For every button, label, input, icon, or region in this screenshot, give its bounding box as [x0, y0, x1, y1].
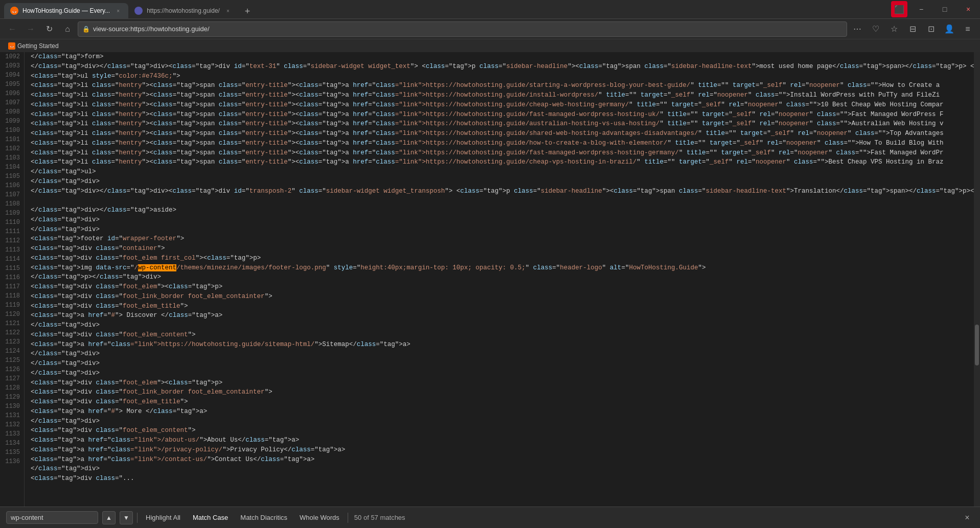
code-content[interactable]: </class="tag">form></class="tag">div></c…	[25, 52, 980, 507]
code-line-1095: <class="tag">li class="hentry"><class="t…	[31, 81, 974, 90]
code-line-1132: <class="tag">a href="class="link">/about…	[31, 435, 974, 445]
match-case-option[interactable]: Match Case	[189, 512, 232, 523]
code-line-1113: <class="tag">div class="foot_elem first_…	[31, 254, 974, 263]
star-button[interactable]: ☆	[886, 21, 902, 37]
code-line-1105: </class="tag">div>	[31, 177, 974, 187]
code-line-1112: <class="tag">div class="container">	[31, 244, 974, 254]
code-line-1118: <class="tag">div class="foot_elem_title"…	[31, 302, 974, 311]
code-line-1135: </class="tag">div>	[31, 464, 974, 474]
code-line-1117: <class="tag">div class="foot_link_border…	[31, 292, 974, 302]
code-line-1119: <class="tag">a href="#"> Discover </clas…	[31, 311, 974, 320]
nav-bar: ← → ↻ ⌂ 🔒 view-source:https://howtohosti…	[0, 18, 980, 39]
container-tabs-button[interactable]: ⊡	[923, 21, 939, 37]
find-input[interactable]	[6, 511, 98, 524]
code-line-1134: <class="tag">a href="class="link">/conta…	[31, 455, 974, 465]
forward-button[interactable]: →	[22, 21, 39, 37]
code-line-1116: <class="tag">div class="foot_elem"><clas…	[31, 282, 974, 292]
code-line-1092: </class="tag">form>	[31, 52, 974, 62]
whole-words-option[interactable]: Whole Words	[295, 512, 344, 523]
find-next-button[interactable]: ▼	[120, 511, 133, 524]
close-button[interactable]: ×	[956, 0, 980, 18]
code-line-1108: </class="tag">div></class="tag">aside>	[31, 205, 974, 215]
code-line-1098: <class="tag">li class="hentry"><class="t…	[31, 110, 974, 120]
code-line-1096: <class="tag">li class="hentry"><class="t…	[31, 90, 974, 100]
code-line-1100: <class="tag">li class="hentry"><class="t…	[31, 129, 974, 139]
bookmarks-bar: 🦊 Getting Started	[0, 39, 980, 52]
profile-button[interactable]: 👤	[941, 21, 958, 37]
code-line-1097: <class="tag">li class="hentry"><class="t…	[31, 100, 974, 110]
address-bar[interactable]: 🔒 view-source:https://howtohosting.guide…	[78, 21, 847, 37]
scrollbar-thumb[interactable]	[975, 325, 979, 365]
code-line-1093: </class="tag">div></class="tag">div><cla…	[31, 62, 974, 72]
synced-tabs-button[interactable]: ⊟	[904, 21, 921, 37]
code-line-1125: </class="tag">div>	[31, 369, 974, 378]
tab-close-1[interactable]: ×	[114, 7, 122, 15]
extensions-button[interactable]: ⋯	[849, 21, 865, 37]
bookmark-favicon: 🦊	[8, 42, 15, 50]
tab-active[interactable]: 🦊 HowToHosting.Guide — Every... ×	[4, 3, 128, 18]
code-line-1123: </class="tag">div>	[31, 349, 974, 359]
code-line-1124: </class="tag">div>	[31, 359, 974, 369]
code-line-1094: <class="tag">ul style="color:#e7436c;">	[31, 72, 974, 81]
menu-button[interactable]: ≡	[960, 21, 976, 37]
line-numbers: 1092109310941095109610971098109911001101…	[0, 52, 25, 507]
code-line-1127: <class="tag">div class="foot_link_border…	[31, 387, 974, 397]
code-line-1101: <class="tag">li class="hentry"><class="t…	[31, 139, 974, 148]
find-close-button[interactable]: ×	[961, 511, 974, 524]
lock-icon: 🔒	[82, 26, 90, 33]
code-line-1111: <class="tag">footer id="wrapper-footer">	[31, 234, 974, 244]
code-line-1136: <class="tag">div class="...	[31, 474, 974, 484]
match-diacritics-option[interactable]: Match Diacritics	[236, 512, 291, 523]
code-line-1121: <class="tag">div class="foot_elem_conten…	[31, 330, 974, 340]
find-divider-2	[348, 513, 348, 523]
find-bar: ▲ ▼ Highlight All Match Case Match Diacr…	[0, 507, 980, 528]
maximize-button[interactable]: □	[933, 0, 956, 18]
tab-area: 🦊 HowToHosting.Guide — Every... × https:…	[0, 0, 255, 18]
code-line-1110: </class="tag">div>	[31, 225, 974, 235]
code-line-1129: <class="tag">a href="#"> More </class="t…	[31, 407, 974, 417]
tab-favicon-2	[134, 7, 143, 15]
tab-close-2[interactable]: ×	[224, 7, 232, 15]
bookmark-label: Getting Started	[17, 42, 59, 50]
code-line-1122: <class="tag">a href="class="link">https:…	[31, 340, 974, 350]
code-line-1102: <class="tag">li class="hentry"><class="t…	[31, 148, 974, 158]
home-button[interactable]: ⌂	[59, 21, 76, 37]
bookmarks-button[interactable]: ♡	[868, 21, 884, 37]
code-line-1126: <class="tag">div class="foot_elem"><clas…	[31, 378, 974, 388]
tab-title-2: https://howtohosting.guide/	[147, 7, 220, 14]
code-line-1115: </class="tag">p></class="tag">div>	[31, 272, 974, 282]
code-line-1133: <class="tag">a href="class="link">/priva…	[31, 445, 974, 455]
tab-favicon-1: 🦊	[10, 7, 18, 15]
code-line-1128: <class="tag">div class="foot_elem_title"…	[31, 397, 974, 407]
scrollbar[interactable]	[974, 52, 980, 507]
bookmark-getting-started[interactable]: 🦊 Getting Started	[4, 41, 63, 51]
source-view: 1092109310941095109610971098109911001101…	[0, 52, 980, 507]
url-text: view-source:https://howtohosting.guide/	[93, 25, 842, 33]
tab-title-1: HowToHosting.Guide — Every...	[22, 7, 110, 14]
code-line-1130: </class="tag">div>	[31, 417, 974, 426]
code-line-1109: </class="tag">div>	[31, 215, 974, 225]
back-button[interactable]: ←	[4, 21, 20, 37]
code-line-1114: <class="tag">img data-src="/wp-content/t…	[31, 263, 974, 273]
reload-button[interactable]: ↻	[41, 21, 57, 37]
nav-right-icons: ⋯ ♡ ☆ ⊟ ⊡ 👤 ≡	[849, 21, 976, 37]
code-line-1120: </class="tag">div>	[31, 320, 974, 330]
find-prev-button[interactable]: ▲	[102, 511, 116, 524]
code-line-1103: <class="tag">li class="hentry"><class="t…	[31, 157, 974, 167]
tab-inactive[interactable]: https://howtohosting.guide/ ×	[128, 3, 238, 18]
minimize-button[interactable]: −	[909, 0, 933, 18]
code-line-1107	[31, 196, 974, 205]
new-tab-button[interactable]: +	[240, 4, 255, 18]
pocket-icon[interactable]: ⬛	[891, 1, 907, 17]
find-divider	[137, 513, 138, 523]
highlight-all-option[interactable]: Highlight All	[142, 512, 185, 523]
find-matches: 50 of 57 matches	[354, 514, 405, 521]
title-bar: 🦊 HowToHosting.Guide — Every... × https:…	[0, 0, 980, 18]
code-line-1104: </class="tag">ul>	[31, 167, 974, 177]
code-line-1106: </class="tag">div></class="tag">div><cla…	[31, 187, 974, 196]
code-line-1131: <class="tag">div class="foot_elem_conten…	[31, 426, 974, 435]
code-line-1099: <class="tag">li class="hentry"><class="t…	[31, 119, 974, 129]
